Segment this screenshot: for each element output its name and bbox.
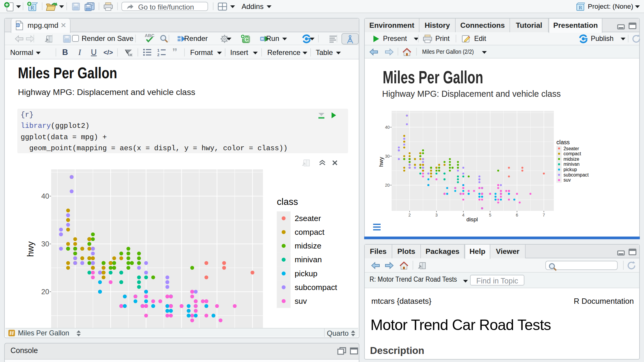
svg-text:compact: compact — [294, 228, 324, 237]
svg-text:2: 2 — [408, 213, 411, 217]
svg-text:2seater: 2seater — [564, 146, 579, 151]
svg-text:midsize: midsize — [294, 241, 321, 250]
svg-text:minivan: minivan — [294, 255, 322, 264]
svg-text:subcompact: subcompact — [564, 172, 589, 177]
svg-text:40: 40 — [385, 125, 390, 130]
svg-text:5: 5 — [489, 213, 492, 217]
svg-text:suv: suv — [564, 177, 571, 182]
svg-text:R: R — [579, 5, 582, 10]
svg-text:ABC: ABC — [145, 33, 155, 38]
svg-text:20: 20 — [385, 183, 390, 188]
svg-text:hwy: hwy — [26, 241, 35, 257]
svg-text:6: 6 — [516, 213, 518, 217]
svg-text:suv: suv — [294, 297, 307, 306]
svg-text:class: class — [556, 139, 570, 145]
svg-text:3: 3 — [435, 213, 438, 217]
svg-text:30: 30 — [41, 240, 49, 248]
svg-text:4: 4 — [462, 213, 465, 217]
svg-text:40: 40 — [41, 192, 49, 200]
svg-text:7: 7 — [543, 213, 545, 217]
svg-text:midsize: midsize — [564, 157, 579, 162]
svg-text:C: C — [245, 37, 248, 43]
svg-text:2seater: 2seater — [294, 214, 321, 223]
svg-text:20: 20 — [41, 288, 49, 296]
svg-text:displ: displ — [466, 216, 478, 223]
svg-text:pickup: pickup — [564, 167, 577, 172]
svg-text:compact: compact — [564, 151, 582, 156]
svg-text:class: class — [277, 197, 298, 207]
svg-text:hwy: hwy — [378, 157, 384, 167]
svg-text:pickup: pickup — [294, 269, 317, 278]
svg-text:minivan: minivan — [564, 162, 580, 167]
svg-text:subcompact: subcompact — [294, 283, 337, 292]
svg-text:2: 2 — [157, 53, 159, 56]
svg-text:1: 1 — [157, 48, 159, 53]
svg-text:30: 30 — [385, 154, 390, 159]
